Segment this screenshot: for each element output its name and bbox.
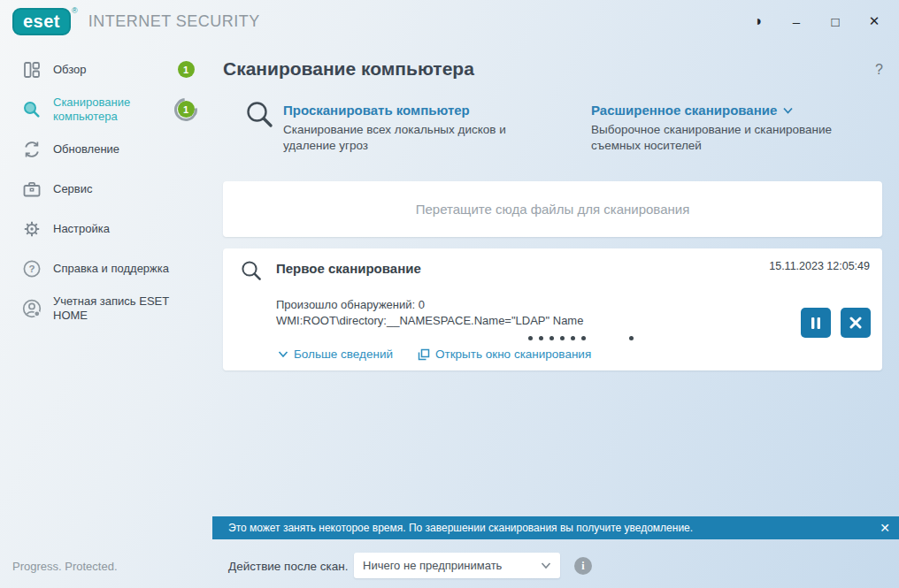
overview-badge: 1: [178, 61, 195, 78]
notification-bar: Это может занять некоторое время. По зав…: [212, 516, 899, 539]
eset-logo-pill: eset: [12, 8, 71, 35]
scan-computer-icon: [244, 99, 278, 136]
open-scan-window-link[interactable]: Открыть окно сканирования: [418, 347, 591, 361]
slogan: Progress. Protected.: [12, 560, 118, 573]
close-button[interactable]: ✕: [855, 6, 894, 36]
search-icon: [240, 259, 265, 287]
sidebar-item-label: Обзор: [53, 63, 170, 77]
stop-scan-button[interactable]: [841, 308, 871, 338]
sidebar-item-overview[interactable]: Обзор 1: [0, 50, 212, 89]
sidebar-item-label: Обновление: [53, 142, 170, 157]
sidebar-item-tools[interactable]: Сервис: [0, 169, 212, 209]
account-icon: [20, 297, 43, 320]
post-scan-action-select[interactable]: Ничего не предпринимать: [354, 553, 560, 578]
gear-icon: [20, 218, 43, 241]
scan-current-object: WMI:ROOT\directory:__NAMESPACE.Name="LDA…: [276, 314, 583, 327]
page-title: Сканирование компьютера: [223, 58, 474, 80]
dropzone-text: Перетащите сюда файлы для сканирования: [416, 202, 690, 217]
sidebar-item-update[interactable]: Обновление: [0, 129, 212, 169]
maximize-button[interactable]: □: [816, 6, 855, 36]
scan-computer-option: Просканировать компьютер Сканирование вс…: [283, 103, 540, 154]
sidebar: Обзор 1 Сканирование компьютера 1 Обн: [0, 50, 212, 328]
contrast-icon[interactable]: ◑: [738, 6, 777, 36]
product-name: INTERNET SECURITY: [88, 12, 260, 31]
sidebar-item-label: Сервис: [53, 182, 170, 196]
sidebar-item-eset-home[interactable]: Учетная запись ESET HOME: [0, 288, 212, 328]
pause-icon: [810, 317, 822, 330]
more-details-link[interactable]: Больше сведений: [278, 347, 393, 361]
toolbox-icon: [20, 178, 43, 201]
scan-timestamp: 15.11.2023 12:05:49: [769, 260, 870, 272]
progress-dots: [528, 336, 634, 340]
window-controls: ◑ – □ ✕: [738, 6, 899, 36]
info-icon[interactable]: i: [574, 557, 592, 575]
sidebar-item-setup[interactable]: Настройка: [0, 209, 212, 248]
minimize-button[interactable]: –: [777, 6, 816, 36]
scan-detections: Произошло обнаружений: 0: [276, 298, 425, 311]
search-icon: [20, 98, 43, 121]
scan-progress-badge: 1: [174, 98, 197, 121]
question-icon: ?: [20, 257, 43, 280]
chevron-down-icon: [541, 561, 560, 569]
open-window-icon: [418, 348, 430, 361]
help-icon[interactable]: ?: [875, 62, 883, 78]
titlebar: eset ® INTERNET SECURITY ◑ – □ ✕: [0, 0, 899, 42]
spinner-icon: [170, 93, 202, 125]
sidebar-item-computer-scan[interactable]: Сканирование компьютера 1: [0, 89, 212, 129]
eset-logo: eset ®: [12, 8, 78, 35]
sidebar-item-label: Учетная запись ESET HOME: [53, 294, 170, 323]
scan-computer-link[interactable]: Просканировать компьютер: [283, 103, 540, 118]
scan-title: Первое сканирование: [276, 261, 421, 276]
sidebar-item-help[interactable]: ? Справка и поддержка: [0, 248, 212, 288]
registered-mark: ®: [72, 6, 78, 15]
svg-text:?: ?: [28, 263, 35, 274]
advanced-scan-link[interactable]: Расширенное сканирование: [591, 103, 848, 118]
file-dropzone[interactable]: Перетащите сюда файлы для сканирования: [223, 181, 882, 237]
notification-close-icon[interactable]: ✕: [871, 521, 899, 535]
sidebar-item-label: Сканирование компьютера: [53, 95, 170, 124]
selected-action: Ничего не предпринимать: [354, 559, 541, 572]
sidebar-item-label: Настройка: [53, 222, 170, 236]
main-content: Сканирование компьютера ? Просканировать…: [212, 42, 899, 516]
chevron-down-icon: [782, 106, 794, 115]
scan-computer-description: Сканирование всех локальных дисков и уда…: [283, 122, 540, 154]
scan-progress-card: Первое сканирование 15.11.2023 12:05:49 …: [223, 248, 882, 370]
overview-grid-icon: [20, 58, 43, 81]
pause-scan-button[interactable]: [801, 308, 831, 338]
post-scan-action-label: Действие после скан.: [228, 560, 348, 573]
sidebar-item-label: Справка и поддержка: [53, 262, 170, 276]
notification-text: Это может занять некоторое время. По зав…: [212, 522, 693, 534]
advanced-scan-description: Выборочное сканирование и сканирование с…: [591, 122, 848, 154]
stop-x-icon: [849, 317, 862, 329]
refresh-icon: [20, 138, 43, 161]
advanced-scan-option: Расширенное сканирование Выборочное скан…: [591, 103, 848, 154]
chevron-down-icon: [278, 350, 288, 358]
